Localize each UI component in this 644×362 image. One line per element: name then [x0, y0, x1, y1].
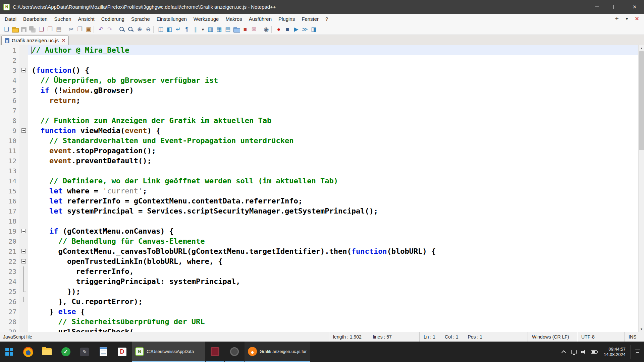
close-tab-icon[interactable] [633, 15, 641, 23]
fold-collapse-icon[interactable] [21, 68, 26, 72]
code-text[interactable]: let referrerInfo = gContextMenu.contentD… [28, 196, 644, 206]
redo-icon[interactable]: ↷ [106, 25, 114, 34]
code-text[interactable]: // Author @ Mira_Belle [28, 45, 644, 55]
menu-item-12[interactable]: ? [322, 14, 331, 24]
tab-close-icon[interactable] [62, 38, 65, 43]
display-tray-icon[interactable] [569, 350, 579, 354]
macro-save-icon[interactable]: ◨ [310, 25, 318, 34]
fold-collapse-icon[interactable] [21, 249, 26, 253]
undo-icon[interactable]: ↶ [97, 25, 105, 34]
open-file-icon[interactable] [11, 25, 19, 34]
copy-icon[interactable]: ❐ [76, 25, 84, 34]
code-text[interactable]: // Überprüfen, ob gBrowser verfügbar ist [28, 75, 644, 85]
scroll-down-arrow[interactable] [639, 326, 644, 332]
indent-guide-icon[interactable]: ∥ [192, 25, 200, 34]
code-text[interactable]: urlSecurityCheck( [28, 327, 644, 332]
save-icon[interactable] [20, 25, 28, 34]
function-list-icon[interactable]: ▥ [206, 25, 214, 34]
taskbar-firefox-icon[interactable] [19, 342, 38, 362]
code-text[interactable]: triggeringPrincipal: systemPrincipal, [28, 277, 644, 287]
maximize-button[interactable] [606, 0, 625, 14]
tab-grafik-anzeigen[interactable]: Grafik anzeigen.uc.js [1, 36, 69, 45]
code-text[interactable] [28, 166, 644, 176]
folder-workspace-icon[interactable] [232, 25, 240, 34]
tab-list-dropdown-icon[interactable] [623, 15, 631, 23]
action-center-icon[interactable] [633, 342, 643, 362]
menu-item-fenster[interactable]: Fenster [298, 14, 322, 24]
code-text[interactable]: openTrustedLinkIn(blobURL, where, { [28, 256, 644, 266]
export-pdf-icon[interactable]: ■ [241, 25, 249, 34]
save-all-icon[interactable] [29, 25, 37, 34]
scroll-up-arrow[interactable] [639, 45, 644, 51]
status-eol[interactable]: Windows (CR LF) [528, 332, 577, 342]
code-text[interactable]: } else { [28, 307, 644, 317]
menu-item-einstellungen[interactable]: Einstellungen [153, 14, 190, 24]
menu-item-ausfhren[interactable]: Ausführen [246, 14, 275, 24]
menu-item-werkzeuge[interactable]: Werkzeuge [190, 14, 222, 24]
find-icon[interactable] [118, 25, 126, 34]
code-text[interactable]: (function() { [28, 65, 644, 75]
menu-item-suchen[interactable]: Suchen [51, 14, 75, 24]
code-text[interactable]: // Standardverhalten und Event-Propagati… [28, 136, 644, 146]
hidden-icons-chevron[interactable] [559, 350, 569, 354]
code-text[interactable]: function viewMedia(event) { [28, 126, 644, 136]
taskbar-app-dark[interactable] [225, 342, 244, 362]
mail-icon[interactable]: ✉ [250, 25, 258, 34]
taskbar-clock[interactable]: 09:44:57 14.08.2024 [601, 347, 628, 357]
close-file-icon[interactable]: ❏ [37, 25, 45, 34]
preview-eye-icon[interactable]: ◉ [262, 25, 270, 34]
code-text[interactable]: event.preventDefault(); [28, 156, 644, 166]
code-text[interactable]: // Sicherheitsüberprüfung der URL [28, 317, 644, 327]
minimize-button[interactable] [588, 0, 606, 14]
doc-map-icon[interactable]: ▦ [215, 25, 223, 34]
code-text[interactable]: // Funktion zum Anzeigen der Grafik im a… [28, 116, 644, 126]
new-tab-icon[interactable] [612, 15, 621, 23]
fold-margin[interactable] [19, 65, 28, 75]
code-text[interactable]: // Behandlung für Canvas-Elemente [28, 236, 644, 246]
code-text[interactable]: return; [28, 96, 644, 106]
menu-item-makros[interactable]: Makros [222, 14, 245, 24]
paste-icon[interactable]: ▣ [85, 25, 93, 34]
taskbar-explorer-icon[interactable] [38, 342, 56, 362]
code-text[interactable]: let where = 'current'; [28, 186, 644, 196]
zoom-out-icon[interactable]: ⊖ [144, 25, 152, 34]
code-text[interactable]: }); [28, 287, 644, 297]
code-text[interactable]: referrerInfo, [28, 266, 644, 277]
code-text[interactable]: let systemPrincipal = Services.scriptSec… [28, 206, 644, 216]
close-button[interactable] [625, 0, 644, 14]
run-macro-multi-icon[interactable]: ≫ [301, 25, 309, 34]
code-text[interactable]: event.stopPropagation(); [28, 146, 644, 156]
menu-item-plugins[interactable]: Plugins [275, 14, 298, 24]
code-text[interactable]: // Definiere, wo der Link geöffnet werde… [28, 176, 644, 186]
taskbar-app-red[interactable] [206, 342, 224, 362]
fold-collapse-icon[interactable] [21, 128, 26, 133]
doc-list-icon[interactable]: ▤ [224, 25, 232, 34]
start-button[interactable] [0, 342, 19, 362]
code-text[interactable]: if (gContextMenu.onCanvas) { [28, 226, 644, 236]
code-text[interactable]: if (!window.gBrowser) [28, 85, 644, 96]
print-icon[interactable]: ▤ [55, 25, 63, 34]
status-insert-mode[interactable]: INS [624, 332, 644, 342]
sync-scroll-icon[interactable]: ◧ [165, 25, 173, 34]
fold-margin[interactable] [19, 246, 28, 256]
code-text[interactable] [28, 55, 644, 65]
taskbar-app-d-icon[interactable] [113, 342, 131, 362]
scrollbar-thumb[interactable] [639, 51, 644, 150]
status-encoding[interactable]: UTF-8 [577, 332, 624, 342]
show-all-chars-icon[interactable]: ¶ [183, 25, 191, 34]
stop-record-icon[interactable]: ■ [283, 25, 291, 34]
zoom-in-icon[interactable]: ⊕ [136, 25, 144, 34]
menu-item-datei[interactable]: Datei [1, 14, 20, 24]
taskbar-window-notepadpp[interactable]: C:\Users\weiss\AppData [132, 342, 205, 362]
fold-margin[interactable] [19, 256, 28, 266]
menu-item-ansicht[interactable]: Ansicht [74, 14, 98, 24]
code-text[interactable] [28, 106, 644, 116]
taskbar-notepad-icon[interactable] [94, 342, 113, 362]
vertical-scrollbar[interactable] [638, 45, 644, 332]
close-all-icon[interactable]: ❐ [46, 25, 54, 34]
menu-item-bearbeiten[interactable]: Bearbeiten [20, 14, 51, 24]
taskbar-window-firefox-script[interactable]: Grafik anzeigen.uc.js fur [245, 342, 310, 362]
fold-collapse-icon[interactable] [21, 229, 26, 233]
code-text[interactable] [28, 216, 644, 226]
volume-tray-icon[interactable] [579, 349, 589, 355]
